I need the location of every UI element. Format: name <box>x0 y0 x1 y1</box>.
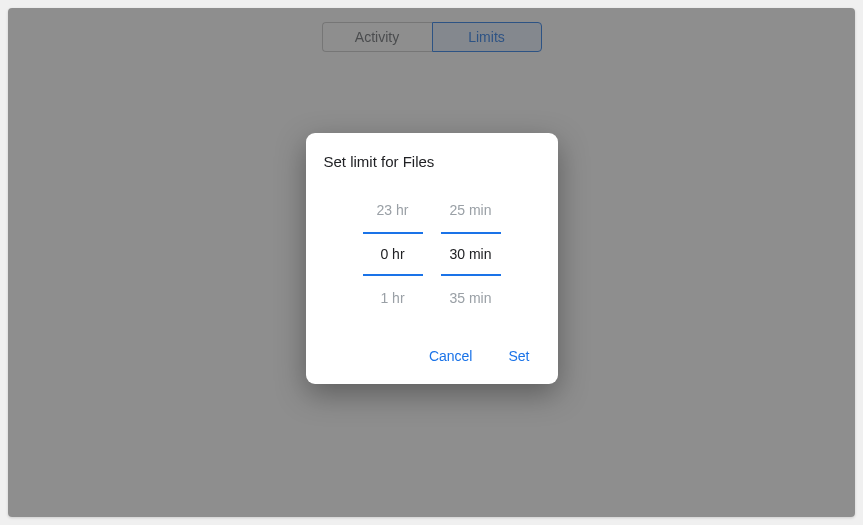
dialog-actions: Cancel Set <box>324 342 540 370</box>
hours-option-prev[interactable]: 23 hr <box>363 188 423 232</box>
hours-option-next[interactable]: 1 hr <box>363 276 423 320</box>
time-spinner: 23 hr 0 hr 1 hr 25 min 30 min 35 min <box>324 188 540 320</box>
minutes-option-next[interactable]: 35 min <box>441 276 501 320</box>
hours-wheel[interactable]: 23 hr 0 hr 1 hr <box>363 188 423 320</box>
cancel-button[interactable]: Cancel <box>425 342 477 370</box>
dialog-title: Set limit for Files <box>324 153 540 170</box>
hours-option-selected[interactable]: 0 hr <box>363 232 423 276</box>
minutes-option-prev[interactable]: 25 min <box>441 188 501 232</box>
minutes-option-selected[interactable]: 30 min <box>441 232 501 276</box>
minutes-wheel[interactable]: 25 min 30 min 35 min <box>441 188 501 320</box>
set-button[interactable]: Set <box>504 342 533 370</box>
app-stage: Activity Limits Set limit for Files 23 h… <box>8 8 855 517</box>
set-limit-dialog: Set limit for Files 23 hr 0 hr 1 hr 25 m… <box>306 133 558 384</box>
